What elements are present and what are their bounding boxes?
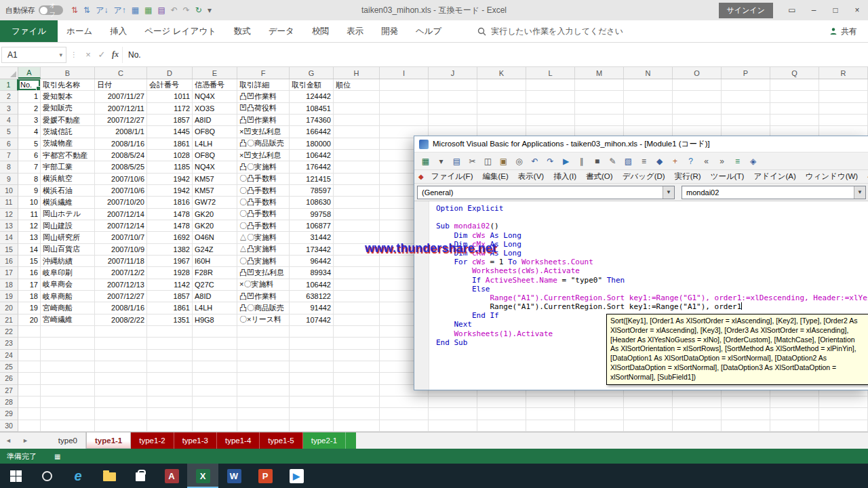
cell-E22[interactable] xyxy=(193,326,237,338)
cell-A25[interactable] xyxy=(18,361,41,373)
cell-C15[interactable]: 2007/10/9 xyxy=(95,244,147,256)
cell-C17[interactable]: 2007/12/2 xyxy=(95,267,147,279)
outdent-icon[interactable]: « xyxy=(699,155,713,168)
reset-icon[interactable]: ■ xyxy=(590,155,604,168)
cell-E17[interactable]: F28R xyxy=(193,267,237,279)
cell-N28[interactable] xyxy=(624,396,673,408)
cell-F21[interactable]: 〇×リース料 xyxy=(237,314,290,326)
cell-E9[interactable]: KM57 xyxy=(193,174,237,185)
cell-A16[interactable]: 15 xyxy=(18,256,41,267)
cell-F27[interactable] xyxy=(237,385,290,396)
cell-B26[interactable] xyxy=(41,373,95,384)
cell-B22[interactable] xyxy=(41,326,95,338)
column-header-R[interactable]: R xyxy=(819,67,868,79)
cell-C2[interactable]: 2007/11/27 xyxy=(95,91,147,102)
comment-block-icon[interactable]: ≡ xyxy=(730,155,745,168)
cell-C13[interactable]: 2007/12/14 xyxy=(95,220,147,232)
cell-D6[interactable]: 1861 xyxy=(147,138,193,150)
cell-D21[interactable]: 1351 xyxy=(147,314,193,326)
cell-E3[interactable]: XO3S xyxy=(193,103,237,115)
table-icon[interactable]: ▦ xyxy=(144,6,152,14)
cell-B2[interactable]: 愛知製本 xyxy=(41,91,95,102)
cell-B14[interactable]: 岡山研究所 xyxy=(41,232,95,243)
cell-G10[interactable]: 78597 xyxy=(290,185,334,197)
cell-B7[interactable]: 宇都宮不動産 xyxy=(41,150,95,161)
cell-G2[interactable]: 124442 xyxy=(290,91,334,102)
cell-F4[interactable]: 凸凹作業料 xyxy=(237,115,290,126)
cell-L4[interactable] xyxy=(526,115,575,126)
cell-F30[interactable] xyxy=(237,420,290,432)
cell-D5[interactable]: 1445 xyxy=(147,126,193,138)
cell-G21[interactable]: 107442 xyxy=(290,314,334,326)
cell-F16[interactable]: 〇凸実施料 xyxy=(237,256,290,267)
cell-L2[interactable] xyxy=(526,91,575,102)
cell-E27[interactable] xyxy=(193,385,237,396)
cell-B13[interactable]: 岡山建設 xyxy=(41,220,95,232)
row-header-4[interactable]: 4 xyxy=(0,115,18,126)
cell-F20[interactable]: 凸〇商品販売 xyxy=(237,302,290,314)
cell-M30[interactable] xyxy=(575,420,624,432)
media-app-icon[interactable]: ▶ xyxy=(281,464,312,488)
cell-B4[interactable]: 愛媛不動産 xyxy=(41,115,95,126)
cell-R2[interactable] xyxy=(819,91,868,102)
cell-H19[interactable] xyxy=(334,291,380,302)
cell-E19[interactable]: A8ID xyxy=(193,291,237,302)
redo-icon[interactable]: ↷ xyxy=(183,6,190,14)
cell-Q3[interactable] xyxy=(770,103,819,115)
cell-B24[interactable] xyxy=(41,350,95,361)
cell-C30[interactable] xyxy=(95,420,147,432)
cell-F15[interactable]: △凸実施料 xyxy=(237,244,290,256)
cell-P28[interactable] xyxy=(722,396,770,408)
cell-C4[interactable]: 2007/12/27 xyxy=(95,115,147,126)
cell-D26[interactable] xyxy=(147,373,193,384)
cell-D3[interactable]: 1172 xyxy=(147,103,193,115)
cell-F10[interactable]: 〇凸手数料 xyxy=(237,185,290,197)
cell-B23[interactable] xyxy=(41,338,95,349)
cortana-search-button[interactable] xyxy=(31,464,62,488)
cell-A29[interactable] xyxy=(18,408,41,420)
row-header-13[interactable]: 13 xyxy=(0,220,18,232)
word-icon[interactable]: W xyxy=(218,464,250,488)
cell-B18[interactable]: 岐阜商会 xyxy=(41,279,95,291)
sheet-tab-type1-4[interactable]: type1-4 xyxy=(217,432,260,449)
vba-menu-10[interactable]: ヘルプ(H) xyxy=(863,171,868,182)
design-mode-icon[interactable]: ✎ xyxy=(606,155,620,168)
select-all-button[interactable] xyxy=(0,67,18,79)
cell-O28[interactable] xyxy=(673,396,722,408)
sheet-tab-type0[interactable]: type0 xyxy=(50,432,86,449)
cell-D7[interactable]: 1028 xyxy=(147,150,193,161)
ribbon-tab-3[interactable]: ページ レイアウト xyxy=(136,20,225,42)
cell-H27[interactable] xyxy=(334,385,380,396)
cell-D30[interactable] xyxy=(147,420,193,432)
cell-G20[interactable]: 91442 xyxy=(290,302,334,314)
cell-F28[interactable] xyxy=(237,396,290,408)
cell-H29[interactable] xyxy=(334,408,380,420)
sheet-tab-type1-1[interactable]: type1-1 xyxy=(86,432,131,449)
clear-sort-1-icon[interactable]: ⇅ xyxy=(71,6,78,14)
cell-E25[interactable] xyxy=(193,361,237,373)
column-header-A[interactable]: A xyxy=(18,67,41,79)
autosave-switch[interactable]: オフ xyxy=(39,5,63,15)
cell-F19[interactable]: 凸凹作業料 xyxy=(237,291,290,302)
cell-H26[interactable] xyxy=(334,373,380,384)
cell-B3[interactable]: 愛知販売 xyxy=(41,103,95,115)
row-header-1[interactable]: 1 xyxy=(0,79,18,91)
ribbon-tab-1[interactable]: ホーム xyxy=(58,20,101,42)
cell-E23[interactable] xyxy=(193,338,237,349)
cell-A30[interactable] xyxy=(18,420,41,432)
cell-E1[interactable]: 信憑番号 xyxy=(193,79,237,91)
object-browser-icon[interactable]: ◆ xyxy=(652,155,667,168)
cell-M4[interactable] xyxy=(575,115,624,126)
cell-C3[interactable]: 2007/12/11 xyxy=(95,103,147,115)
cell-Q30[interactable] xyxy=(770,420,819,432)
sheet-tab-partial[interactable] xyxy=(346,432,356,449)
cell-E26[interactable] xyxy=(193,373,237,384)
cell-E14[interactable]: O46N xyxy=(193,232,237,243)
cell-M2[interactable] xyxy=(575,91,624,102)
cell-C7[interactable]: 2008/5/24 xyxy=(95,150,147,161)
cell-F22[interactable] xyxy=(237,326,290,338)
vba-menu-0[interactable]: ファイル(F) xyxy=(427,171,478,182)
cell-O3[interactable] xyxy=(673,103,722,115)
file-explorer-icon[interactable] xyxy=(94,464,125,488)
cell-A24[interactable] xyxy=(18,350,41,361)
